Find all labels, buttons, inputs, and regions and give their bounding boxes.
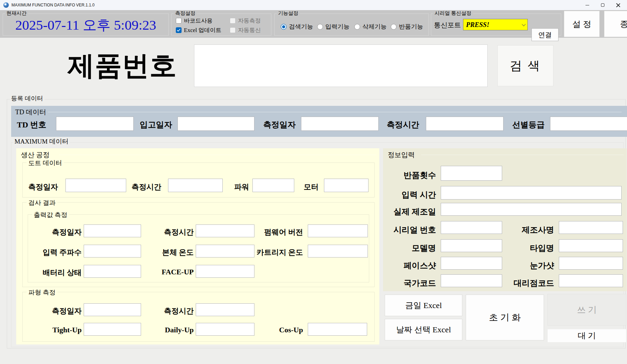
daily-up-label: Daily-Up (148, 326, 194, 334)
wave-measure-date-label: 측정일자 (34, 306, 82, 316)
checkbox-barcode-use[interactable]: 바코드사용 (176, 17, 213, 25)
firmware-version-input[interactable] (308, 224, 368, 237)
exit-button[interactable]: 종 료 (604, 11, 627, 37)
dot-measure-date-input[interactable] (65, 179, 126, 192)
checkbox-label: Excel 업데이트 (184, 26, 221, 34)
connect-button[interactable]: 연결 (531, 28, 558, 41)
incoming-date-input[interactable] (178, 117, 254, 131)
radio-search-function[interactable]: 검색기능 (281, 23, 313, 31)
checkbox-label: 자동측정 (238, 17, 261, 25)
reset-button[interactable]: 초 기 화 (466, 295, 544, 340)
face-shot-input[interactable] (441, 257, 502, 270)
cos-up-label: Cos-Up (255, 326, 303, 334)
cartridge-temp-input[interactable] (308, 245, 368, 257)
td-data-caption: TD 데이터 (15, 108, 46, 117)
type-name-input[interactable] (559, 239, 623, 252)
face-shot-label: 페이스샷 (388, 260, 436, 271)
type-name-label: 타입명 (506, 243, 554, 253)
actual-mfg-date-input[interactable] (441, 203, 622, 216)
td-number-label: TD 번호 (17, 119, 46, 130)
radio-icon (354, 24, 360, 30)
production-caption-line (59, 155, 376, 155)
radio-return-function[interactable]: 반품기능 (391, 23, 423, 31)
motor-input[interactable] (324, 179, 369, 192)
eye-shot-label: 눈가샷 (506, 260, 554, 271)
minimize-button[interactable] (579, 0, 595, 10)
dot-measure-time-label: 측정시간 (132, 182, 161, 192)
wave-measure-time-label: 측정시간 (148, 306, 194, 316)
wave-measure-time-input[interactable] (196, 303, 254, 316)
serial-settings-caption: 시리얼 통신설정 (433, 10, 473, 16)
write-button-disabled: 쓰 기 (547, 294, 626, 326)
manufacturer-input[interactable] (559, 221, 623, 234)
incoming-date-label: 입고일자 (140, 119, 172, 130)
radio-icon (317, 24, 323, 30)
radio-input-function[interactable]: 입력기능 (317, 23, 350, 31)
checkbox-label: 바코드사용 (184, 17, 213, 25)
dot-measure-time-input[interactable] (168, 179, 223, 192)
close-button[interactable] (610, 0, 626, 10)
td-measure-date-label: 측정일자 (263, 119, 296, 130)
face-up-label: FACE-UP (148, 268, 194, 276)
comm-port-combobox[interactable]: PRESS! (463, 19, 528, 30)
search-button[interactable]: 검 색 (497, 45, 553, 86)
battery-status-label: 배터리 상태 (34, 268, 82, 278)
cos-up-input[interactable] (308, 323, 367, 336)
power-input[interactable] (252, 179, 294, 192)
comm-port-label: 통신포트 (434, 21, 461, 30)
info-input-caption: 정보입력 (388, 150, 415, 159)
model-name-label: 모델명 (388, 243, 436, 253)
td-measure-date-input[interactable] (301, 117, 379, 131)
country-code-input[interactable] (441, 274, 502, 287)
td-number-input[interactable] (56, 117, 134, 131)
info-caption-line (421, 155, 624, 155)
cartridge-temp-label: 카트리지 온도 (250, 247, 303, 257)
motor-label: 모터 (304, 182, 319, 192)
date-select-excel-button[interactable]: 날짜 선택 Excel (385, 319, 462, 340)
maximize-button[interactable] (595, 0, 610, 10)
function-settings-group: 기능설정 검색기능 입력기능 삭제기능 반품기능 (274, 13, 429, 36)
td-measure-time-input[interactable] (426, 117, 503, 131)
face-up-input[interactable] (196, 265, 254, 278)
daily-up-input[interactable] (196, 323, 254, 336)
output-measure-date-label: 측정일자 (34, 227, 82, 237)
tight-up-input[interactable] (84, 323, 141, 336)
waveform-measure-caption: 파형 측정 (27, 288, 57, 297)
wait-button[interactable]: 대 기 (547, 329, 626, 342)
radio-delete-function[interactable]: 삭제기능 (354, 23, 387, 31)
body-temp-input[interactable] (196, 245, 254, 257)
checkbox-auto-measure: 자동측정 (230, 17, 261, 25)
wave-measure-date-input[interactable] (84, 303, 141, 316)
eye-shot-input[interactable] (559, 257, 623, 270)
serial-number-input[interactable] (441, 221, 502, 234)
radio-label: 삭제기능 (362, 23, 387, 31)
comm-port-value: PRESS! (466, 21, 489, 29)
checkbox-icon (176, 18, 182, 24)
product-number-label: 제품번호 (64, 48, 180, 84)
product-number-input[interactable] (194, 44, 488, 87)
return-count-input[interactable] (441, 166, 502, 181)
measure-settings-caption: 측정설정 (174, 10, 197, 16)
input-frequency-label: 입력 주파수 (34, 247, 82, 257)
model-name-input[interactable] (441, 239, 502, 252)
window-title: MAXIMUM FUNCTION DATA INFO VER.1.1.0 (11, 0, 94, 10)
checkbox-excel-update[interactable]: Excel 업데이트 (176, 26, 221, 34)
dealer-code-input[interactable] (559, 274, 623, 287)
output-measure-time-input[interactable] (196, 224, 254, 237)
dot-data-caption: 도트 데이터 (27, 159, 64, 168)
inspection-result-caption: 검사 결과 (27, 199, 57, 207)
sorting-grade-label: 선별등급 (512, 119, 545, 130)
battery-status-input[interactable] (84, 265, 141, 278)
settings-button[interactable]: 설 정 (564, 11, 600, 37)
td-caption-line (48, 112, 622, 112)
sorting-grade-input[interactable] (550, 117, 627, 131)
output-measure-date-input[interactable] (84, 224, 141, 237)
serial-number-label: 시리얼 번호 (381, 224, 436, 235)
input-time-input[interactable] (441, 186, 622, 200)
today-excel-button[interactable]: 금일 Excel (385, 295, 462, 316)
input-time-label: 입력 시간 (388, 189, 436, 200)
checkbox-checked-icon (176, 27, 182, 33)
input-frequency-input[interactable] (84, 245, 141, 257)
minimize-icon (585, 5, 589, 5)
checkbox-label: 자동통신 (238, 26, 261, 34)
